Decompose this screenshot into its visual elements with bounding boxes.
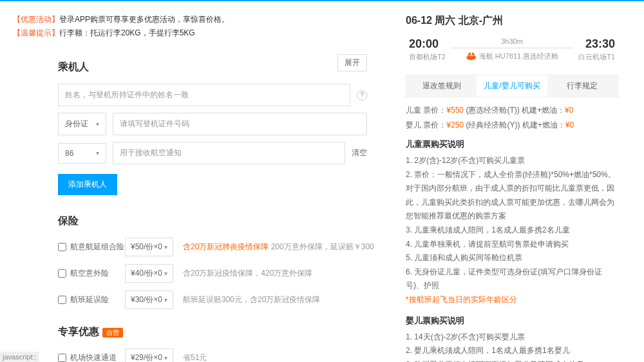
insurance-item: 航班延误险 ¥30/份×0▾ 航班延误赔300元，含20万新冠疫情保障 [58, 291, 386, 309]
airline-icon: 🦀 [466, 51, 477, 61]
clear-link[interactable]: 清空 [352, 148, 367, 158]
arr-airport: 白云机场T1 [578, 52, 615, 62]
help-icon[interactable]: ? [357, 90, 367, 100]
id-input[interactable]: 请填写登机证件号码 [113, 113, 367, 135]
arr-time: 23:30 [578, 37, 615, 51]
insurance-qty-select[interactable]: ¥50/份×0▾ [125, 238, 173, 256]
insurance-title: 保险 [58, 214, 386, 228]
child-price-row: 儿童 票价：¥550 (惠选经济舱(T)) 机建+燃油：¥0 [406, 105, 618, 116]
dep-time: 20:00 [409, 37, 446, 51]
airline-info: 🦀海航 HU7811 惠选经济舱 [452, 51, 572, 61]
dep-airport: 首都机场T2 [409, 52, 446, 62]
infant-rules-title: 婴儿票购买说明 [406, 315, 618, 327]
phone-input[interactable]: 用于接收航空通知 [113, 142, 345, 164]
self-operated-badge: 自营 [102, 328, 123, 338]
flight-header: 06-12 周六 北京-广州 [406, 14, 618, 28]
flight-duration: 3h30m [452, 37, 572, 48]
expand-button[interactable]: 展开 [337, 54, 367, 71]
insurance-item: 航意航延组合险 ¥50/份×0▾ 含20万新冠肺炎疫情保障 200万意外保障，延… [58, 238, 386, 256]
add-passenger-button[interactable]: 添加乘机人 [58, 174, 117, 195]
chevron-down-icon: ▾ [96, 120, 99, 128]
flight-times: 20:00 首都机场T2 3h30m 🦀海航 HU7811 惠选经济舱 23:3… [406, 37, 618, 62]
rules-tabs: 退改签规则 儿童/婴儿可购买 行李规定 [406, 75, 618, 97]
insurance-item: 航空意外险 ¥40/份×0▾ 含20万新冠疫情保障，420万意外保障 [58, 264, 386, 283]
tab-baggage[interactable]: 行李规定 [547, 75, 618, 97]
tip-notice: 【温馨提示】行李额：托运行李20KG，手提行李5KG [13, 28, 386, 39]
tab-child-infant[interactable]: 儿童/婴儿可购买 [477, 75, 547, 97]
insurance-checkbox[interactable] [58, 296, 66, 304]
insurance-qty-select[interactable]: ¥30/份×0▾ [125, 291, 173, 309]
id-type-select[interactable]: 身份证▾ [58, 113, 106, 135]
passenger-title: 乘机人 [58, 61, 89, 74]
discount-checkbox[interactable] [58, 354, 66, 362]
child-rules-title: 儿童票购买说明 [406, 138, 618, 150]
insurance-checkbox[interactable] [58, 269, 66, 278]
discount-item: 机场快速通道 ¥29/份×0▾ 省51元 [58, 348, 386, 362]
tab-refund[interactable]: 退改签规则 [406, 75, 477, 97]
child-rules: 1. 2岁(含)-12岁(不含)可购买儿童票 2. 票价：一般情况下，成人全价票… [406, 154, 618, 307]
discount-title: 专享优惠自营 [58, 325, 386, 339]
name-input[interactable]: 姓名，与登机所持证件中的姓名一致 [58, 84, 350, 106]
browser-status: javascript:; [0, 352, 39, 362]
phone-prefix-select[interactable]: 86▾ [58, 143, 106, 164]
insurance-qty-select[interactable]: ¥40/份×0▾ [125, 264, 173, 283]
infant-price-row: 婴儿 票价：¥250 (经典经济舱(Y)) 机建+燃油：¥0 [406, 120, 618, 131]
discount-qty-select[interactable]: ¥29/份×0▾ [125, 348, 173, 362]
insurance-checkbox[interactable] [58, 243, 66, 251]
promo-notice: 【优惠活动】登录APP购票可尊享更多优惠活动，享惊喜价格。 [13, 14, 386, 25]
infant-rules: 1. 14天(含)-2岁(不含)可购买婴儿票 2. 婴儿乘机须成人陪同，1名成人… [406, 330, 618, 362]
chevron-down-icon: ▾ [96, 149, 99, 157]
